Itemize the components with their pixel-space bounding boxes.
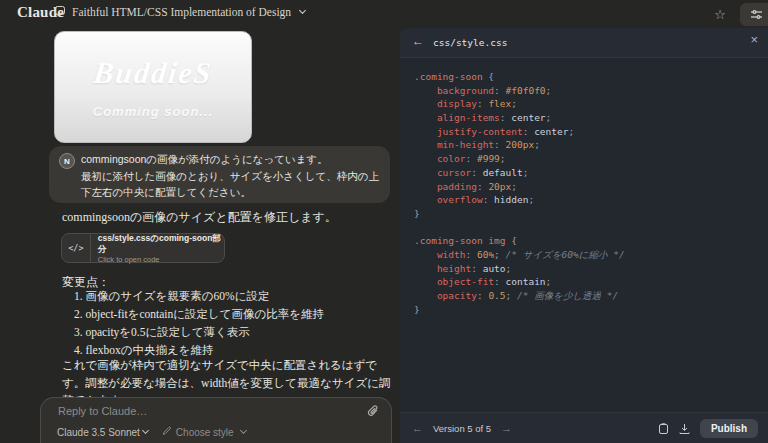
chat-title-label: Faithful HTML/CSS Implementation of Desi…	[72, 6, 291, 18]
artifact-panel-footer: ← Version 5 of 5 → Publish	[400, 412, 768, 443]
copy-icon[interactable]	[658, 423, 669, 435]
code-line: justify-content: center;	[414, 125, 754, 139]
code-line: padding: 20px;	[414, 180, 754, 194]
pen-icon	[162, 426, 172, 438]
chat-bubble-icon	[54, 5, 66, 19]
artifact-card[interactable]: </> css/style.cssのcoming-soon部分 Click to…	[61, 233, 225, 263]
code-icon: </>	[62, 234, 91, 262]
code-line: .coming-soon img {	[414, 234, 754, 248]
code-line: }	[414, 303, 754, 317]
changes-list: 1. 画像のサイズを親要素の60%に設定2. object-fitをcontai…	[74, 287, 324, 359]
model-selector[interactable]: Claude 3.5 Sonnet	[57, 427, 148, 438]
change-item: 3. opacityを0.5に設定して薄く表示	[74, 323, 324, 341]
code-line: height: auto;	[414, 262, 754, 276]
top-bar: Claude Faithful HTML/CSS Implementation …	[0, 0, 768, 28]
chevron-down-icon	[142, 427, 149, 434]
style-label: Choose style	[176, 427, 234, 438]
close-icon[interactable]: ×	[750, 33, 758, 46]
sliders-icon	[750, 9, 763, 20]
user-message: N commingsoonの画像が添付のようになっています。 最初に添付した画像…	[49, 146, 390, 203]
version-navigator: ← Version 5 of 5 →	[412, 413, 512, 443]
code-line: background: #f0f0f0;	[414, 84, 754, 98]
settings-sliders-button[interactable]	[740, 3, 768, 26]
assistant-intro-text: commingsoonの画像のサイズと配置を修正します。	[62, 209, 392, 226]
attachment-logo-text: BuddieS	[54, 56, 252, 90]
style-selector[interactable]: Choose style	[162, 426, 246, 438]
change-item: 1. 画像のサイズを親要素の60%に設定	[74, 287, 324, 305]
chat-title-menu[interactable]: Faithful HTML/CSS Implementation of Desi…	[54, 5, 305, 19]
code-line: object-fit: contain;	[414, 275, 754, 289]
claude-app-window: Claude Faithful HTML/CSS Implementation …	[0, 0, 768, 443]
download-icon[interactable]	[679, 423, 690, 435]
artifact-meta: css/style.cssのcoming-soon部分 Click to ope…	[91, 233, 224, 264]
attachment-subtitle: Comming soon...	[55, 104, 251, 119]
reply-input[interactable]	[58, 405, 348, 417]
version-label: Version 5 of 5	[433, 423, 491, 434]
back-arrow-icon[interactable]: ←	[412, 35, 424, 47]
code-line: cursor: default;	[414, 166, 754, 180]
code-line: color: #999;	[414, 152, 754, 166]
composer: Claude 3.5 Sonnet Choose style	[40, 397, 392, 443]
version-prev-icon[interactable]: ←	[412, 423, 423, 434]
chevron-down-icon	[299, 7, 306, 14]
artifact-subtitle: Click to open code	[98, 255, 224, 264]
code-line: }	[414, 207, 754, 221]
change-item: 2. object-fitをcontainに設定して画像の比率を維持	[74, 305, 324, 323]
chevron-down-icon	[240, 427, 247, 434]
paperclip-icon[interactable]	[367, 404, 379, 420]
star-icon[interactable]: ☆	[714, 8, 726, 21]
code-line	[414, 221, 754, 235]
attached-image-thumbnail[interactable]: BuddieS Comming soon...	[54, 31, 252, 143]
artifact-panel: ← css/style.css × .coming-soon { backgro…	[400, 28, 768, 443]
artifact-title: css/style.cssのcoming-soon部分	[98, 233, 224, 255]
code-line: align-items: center;	[414, 111, 754, 125]
version-next-icon[interactable]: →	[501, 423, 512, 434]
code-line: overflow: hidden;	[414, 193, 754, 207]
code-line: .coming-soon {	[414, 70, 754, 84]
artifact-panel-header: ← css/style.css ×	[400, 28, 768, 58]
top-actions: ☆	[714, 0, 768, 28]
code-line: min-height: 200px;	[414, 138, 754, 152]
publish-button[interactable]: Publish	[700, 419, 758, 438]
user-message-text: commingsoonの画像が添付のようになっています。 最初に添付した画像のと…	[81, 151, 381, 201]
code-editor[interactable]: .coming-soon { background: #f0f0f0; disp…	[400, 58, 768, 412]
composer-controls: Claude 3.5 Sonnet Choose style	[57, 426, 246, 438]
code-line: opacity: 0.5; /* 画像を少し透過 */	[414, 289, 754, 303]
user-message-line1: commingsoonの画像が添付のようになっています。	[81, 153, 328, 165]
code-line: display: flex;	[414, 97, 754, 111]
code-line: width: 60%; /* サイズを60%に縮小 */	[414, 248, 754, 262]
artifact-file-title: css/style.css	[433, 37, 507, 48]
user-avatar: N	[59, 153, 75, 169]
footer-actions: Publish	[658, 413, 758, 443]
model-label: Claude 3.5 Sonnet	[57, 427, 140, 438]
user-message-line2: 最初に添付した画像のとおり、サイズを小さくして、枠内の上下左右の中央に配置してく…	[81, 170, 379, 199]
